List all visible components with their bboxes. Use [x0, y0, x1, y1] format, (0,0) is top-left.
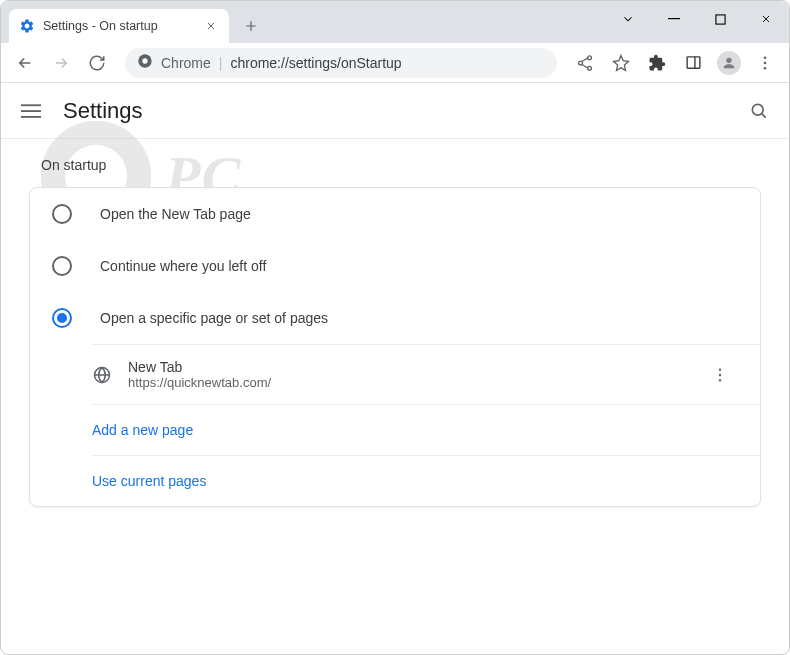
more-options-icon[interactable]	[708, 363, 732, 387]
omnibox-scheme: Chrome	[161, 55, 211, 71]
close-icon[interactable]	[203, 18, 219, 34]
svg-rect-0	[668, 18, 680, 19]
svg-point-19	[719, 373, 721, 375]
svg-point-20	[719, 379, 721, 381]
svg-point-10	[764, 56, 767, 59]
radio-specific-pages[interactable]: Open a specific page or set of pages	[30, 292, 760, 344]
reload-button[interactable]	[81, 47, 113, 79]
svg-point-6	[588, 66, 592, 70]
radio-icon	[52, 204, 72, 224]
menu-icon[interactable]	[749, 47, 781, 79]
forward-button[interactable]	[45, 47, 77, 79]
omnibox-url: chrome://settings/onStartup	[230, 55, 401, 71]
browser-toolbar: Chrome | chrome://settings/onStartup	[1, 43, 789, 83]
chrome-logo-icon	[137, 53, 153, 72]
svg-point-18	[719, 368, 721, 370]
browser-tab[interactable]: Settings - On startup	[9, 9, 229, 43]
svg-rect-13	[21, 104, 41, 106]
share-icon[interactable]	[569, 47, 601, 79]
tab-title: Settings - On startup	[43, 19, 158, 33]
svg-point-4	[579, 61, 583, 65]
radio-icon	[52, 256, 72, 276]
globe-icon	[92, 365, 112, 385]
svg-rect-7	[687, 57, 700, 68]
svg-point-12	[764, 66, 767, 69]
page-title: Settings	[63, 98, 143, 124]
svg-rect-1	[715, 14, 724, 23]
tab-strip: Settings - On startup	[1, 1, 789, 43]
search-icon[interactable]	[747, 99, 771, 123]
svg-rect-15	[21, 116, 41, 118]
add-page-link[interactable]: Add a new page	[92, 404, 760, 455]
bookmark-icon[interactable]	[605, 47, 637, 79]
settings-header: Settings	[1, 83, 789, 139]
settings-icon	[19, 18, 35, 34]
hamburger-menu[interactable]	[19, 99, 43, 123]
svg-point-11	[764, 61, 767, 64]
new-tab-button[interactable]	[237, 12, 265, 40]
startup-card: Open the New Tab page Continue where you…	[29, 187, 761, 507]
svg-point-3	[142, 58, 147, 63]
address-bar[interactable]: Chrome | chrome://settings/onStartup	[125, 48, 557, 78]
window-controls	[605, 1, 789, 37]
svg-point-16	[752, 104, 763, 115]
back-button[interactable]	[9, 47, 41, 79]
svg-point-9	[726, 57, 731, 62]
section-label: On startup	[41, 157, 761, 173]
minimize-button[interactable]	[651, 1, 697, 37]
use-current-pages-link[interactable]: Use current pages	[92, 455, 760, 506]
svg-rect-14	[21, 110, 41, 112]
sidepanel-icon[interactable]	[677, 47, 709, 79]
maximize-button[interactable]	[697, 1, 743, 37]
radio-icon-selected	[52, 308, 72, 328]
profile-button[interactable]	[713, 47, 745, 79]
page-item-title: New Tab	[128, 359, 692, 375]
page-item-url: https://quicknewtab.com/	[128, 375, 692, 390]
chevron-down-icon[interactable]	[605, 1, 651, 37]
radio-open-new-tab[interactable]: Open the New Tab page	[30, 188, 760, 240]
radio-continue[interactable]: Continue where you left off	[30, 240, 760, 292]
close-button[interactable]	[743, 1, 789, 37]
svg-point-5	[588, 55, 592, 59]
extensions-icon[interactable]	[641, 47, 673, 79]
startup-page-item: New Tab https://quicknewtab.com/	[92, 345, 760, 404]
